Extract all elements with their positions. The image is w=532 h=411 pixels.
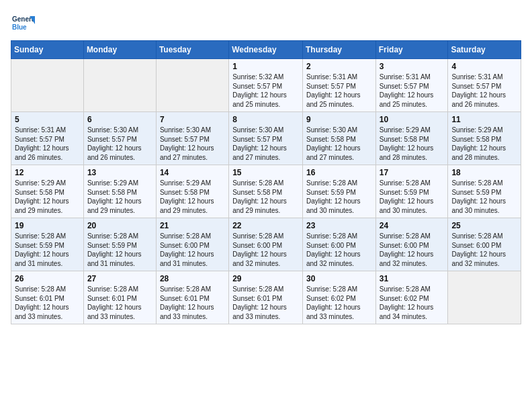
day-number: 17 <box>380 168 445 177</box>
day-number: 30 <box>306 274 372 283</box>
day-info: Sunrise: 5:28 AM Sunset: 6:00 PM Dayligh… <box>451 232 517 268</box>
calendar-cell: 30Sunrise: 5:28 AM Sunset: 6:02 PM Dayli… <box>302 271 375 324</box>
calendar-cell: 19Sunrise: 5:28 AM Sunset: 5:59 PM Dayli… <box>11 218 84 271</box>
calendar-cell: 15Sunrise: 5:28 AM Sunset: 5:58 PM Dayli… <box>229 165 303 218</box>
day-number: 8 <box>232 115 299 124</box>
day-info: Sunrise: 5:29 AM Sunset: 5:58 PM Dayligh… <box>380 126 445 162</box>
day-header-friday: Friday <box>375 41 448 59</box>
day-number: 26 <box>15 274 80 283</box>
day-number: 9 <box>306 115 372 124</box>
day-number: 24 <box>380 221 445 230</box>
page-header: General Blue <box>11 11 521 35</box>
day-number: 10 <box>380 115 445 124</box>
day-info: Sunrise: 5:29 AM Sunset: 5:58 PM Dayligh… <box>87 179 152 215</box>
calendar-cell: 10Sunrise: 5:29 AM Sunset: 5:58 PM Dayli… <box>375 112 448 165</box>
calendar-cell: 24Sunrise: 5:28 AM Sunset: 6:00 PM Dayli… <box>375 218 448 271</box>
day-header-monday: Monday <box>83 41 156 59</box>
day-info: Sunrise: 5:31 AM Sunset: 5:57 PM Dayligh… <box>306 73 372 109</box>
day-number: 3 <box>380 62 445 71</box>
day-info: Sunrise: 5:28 AM Sunset: 6:00 PM Dayligh… <box>380 232 445 268</box>
calendar-cell <box>83 59 156 112</box>
day-info: Sunrise: 5:28 AM Sunset: 6:01 PM Dayligh… <box>87 285 152 321</box>
day-number: 29 <box>232 274 299 283</box>
day-info: Sunrise: 5:28 AM Sunset: 6:01 PM Dayligh… <box>232 285 299 321</box>
day-info: Sunrise: 5:30 AM Sunset: 5:57 PM Dayligh… <box>232 126 299 162</box>
calendar-cell: 7Sunrise: 5:30 AM Sunset: 5:57 PM Daylig… <box>156 112 228 165</box>
calendar-cell: 28Sunrise: 5:28 AM Sunset: 6:01 PM Dayli… <box>156 271 228 324</box>
day-info: Sunrise: 5:31 AM Sunset: 5:57 PM Dayligh… <box>451 73 517 109</box>
calendar-cell: 8Sunrise: 5:30 AM Sunset: 5:57 PM Daylig… <box>229 112 303 165</box>
day-info: Sunrise: 5:28 AM Sunset: 6:00 PM Dayligh… <box>306 232 372 268</box>
day-info: Sunrise: 5:28 AM Sunset: 6:01 PM Dayligh… <box>15 285 80 321</box>
day-header-thursday: Thursday <box>302 41 375 59</box>
day-number: 5 <box>15 115 80 124</box>
day-info: Sunrise: 5:32 AM Sunset: 5:57 PM Dayligh… <box>232 73 299 109</box>
day-info: Sunrise: 5:30 AM Sunset: 5:57 PM Dayligh… <box>160 126 225 162</box>
day-info: Sunrise: 5:28 AM Sunset: 5:59 PM Dayligh… <box>306 179 372 215</box>
day-number: 22 <box>232 221 299 230</box>
calendar-cell: 5Sunrise: 5:31 AM Sunset: 5:57 PM Daylig… <box>11 112 84 165</box>
day-number: 23 <box>306 221 372 230</box>
day-info: Sunrise: 5:28 AM Sunset: 6:02 PM Dayligh… <box>380 285 445 321</box>
calendar-table: SundayMondayTuesdayWednesdayThursdayFrid… <box>11 40 521 324</box>
day-number: 11 <box>451 115 517 124</box>
day-info: Sunrise: 5:29 AM Sunset: 5:58 PM Dayligh… <box>451 126 517 162</box>
svg-text:Blue: Blue <box>12 24 27 31</box>
logo: General Blue <box>11 11 38 35</box>
day-header-tuesday: Tuesday <box>156 41 228 59</box>
day-number: 28 <box>160 274 225 283</box>
day-number: 21 <box>160 221 225 230</box>
calendar-cell <box>448 271 521 324</box>
calendar-cell: 9Sunrise: 5:30 AM Sunset: 5:58 PM Daylig… <box>302 112 375 165</box>
day-info: Sunrise: 5:29 AM Sunset: 5:58 PM Dayligh… <box>15 179 80 215</box>
calendar-cell: 13Sunrise: 5:29 AM Sunset: 5:58 PM Dayli… <box>83 165 156 218</box>
day-number: 16 <box>306 168 372 177</box>
calendar-cell: 31Sunrise: 5:28 AM Sunset: 6:02 PM Dayli… <box>375 271 448 324</box>
day-number: 31 <box>380 274 445 283</box>
day-info: Sunrise: 5:28 AM Sunset: 6:02 PM Dayligh… <box>306 285 372 321</box>
calendar-cell: 21Sunrise: 5:28 AM Sunset: 6:00 PM Dayli… <box>156 218 228 271</box>
day-info: Sunrise: 5:29 AM Sunset: 5:58 PM Dayligh… <box>160 179 225 215</box>
day-number: 20 <box>87 221 152 230</box>
day-info: Sunrise: 5:28 AM Sunset: 5:59 PM Dayligh… <box>451 179 517 215</box>
calendar-cell: 2Sunrise: 5:31 AM Sunset: 5:57 PM Daylig… <box>302 59 375 112</box>
day-header-saturday: Saturday <box>448 41 521 59</box>
day-number: 1 <box>232 62 299 71</box>
day-number: 19 <box>15 221 80 230</box>
day-number: 7 <box>160 115 225 124</box>
day-number: 6 <box>87 115 152 124</box>
day-info: Sunrise: 5:28 AM Sunset: 6:00 PM Dayligh… <box>160 232 225 268</box>
calendar-cell: 12Sunrise: 5:29 AM Sunset: 5:58 PM Dayli… <box>11 165 84 218</box>
day-header-wednesday: Wednesday <box>229 41 303 59</box>
day-number: 18 <box>451 168 517 177</box>
day-number: 27 <box>87 274 152 283</box>
calendar-cell <box>156 59 228 112</box>
day-number: 14 <box>160 168 225 177</box>
calendar-cell: 23Sunrise: 5:28 AM Sunset: 6:00 PM Dayli… <box>302 218 375 271</box>
calendar-cell: 1Sunrise: 5:32 AM Sunset: 5:57 PM Daylig… <box>229 59 303 112</box>
calendar-cell: 26Sunrise: 5:28 AM Sunset: 6:01 PM Dayli… <box>11 271 84 324</box>
day-info: Sunrise: 5:31 AM Sunset: 5:57 PM Dayligh… <box>380 73 445 109</box>
day-number: 13 <box>87 168 152 177</box>
calendar-cell: 16Sunrise: 5:28 AM Sunset: 5:59 PM Dayli… <box>302 165 375 218</box>
calendar-cell: 11Sunrise: 5:29 AM Sunset: 5:58 PM Dayli… <box>448 112 521 165</box>
day-number: 2 <box>306 62 372 71</box>
calendar-cell: 27Sunrise: 5:28 AM Sunset: 6:01 PM Dayli… <box>83 271 156 324</box>
calendar-cell: 20Sunrise: 5:28 AM Sunset: 5:59 PM Dayli… <box>83 218 156 271</box>
day-info: Sunrise: 5:30 AM Sunset: 5:58 PM Dayligh… <box>306 126 372 162</box>
day-info: Sunrise: 5:28 AM Sunset: 5:59 PM Dayligh… <box>380 179 445 215</box>
day-number: 12 <box>15 168 80 177</box>
logo-icon: General Blue <box>11 11 35 35</box>
day-number: 25 <box>451 221 517 230</box>
calendar-cell <box>11 59 84 112</box>
day-info: Sunrise: 5:31 AM Sunset: 5:57 PM Dayligh… <box>15 126 80 162</box>
calendar-cell: 17Sunrise: 5:28 AM Sunset: 5:59 PM Dayli… <box>375 165 448 218</box>
calendar-cell: 25Sunrise: 5:28 AM Sunset: 6:00 PM Dayli… <box>448 218 521 271</box>
calendar-cell: 22Sunrise: 5:28 AM Sunset: 6:00 PM Dayli… <box>229 218 303 271</box>
calendar-cell: 14Sunrise: 5:29 AM Sunset: 5:58 PM Dayli… <box>156 165 228 218</box>
calendar-cell: 29Sunrise: 5:28 AM Sunset: 6:01 PM Dayli… <box>229 271 303 324</box>
calendar-cell: 3Sunrise: 5:31 AM Sunset: 5:57 PM Daylig… <box>375 59 448 112</box>
day-number: 15 <box>232 168 299 177</box>
day-info: Sunrise: 5:30 AM Sunset: 5:57 PM Dayligh… <box>87 126 152 162</box>
day-info: Sunrise: 5:28 AM Sunset: 5:58 PM Dayligh… <box>232 179 299 215</box>
